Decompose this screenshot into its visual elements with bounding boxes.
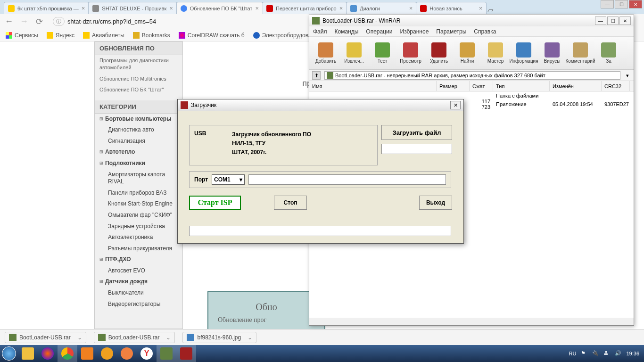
volume-icon[interactable]: 🔊: [615, 350, 621, 357]
sidebar-cat-13[interactable]: Автосвет EVO: [95, 265, 182, 277]
tab-close-icon[interactable]: ×: [339, 5, 343, 12]
tab-1[interactable]: SHTAT DELUXE - Прошивк×: [88, 2, 177, 14]
tab-close-icon[interactable]: ×: [479, 5, 483, 12]
loader-close-button[interactable]: ✕: [450, 101, 461, 109]
sidebar-sub-2[interactable]: Обновление ПО БК "Штат": [95, 84, 182, 95]
network-icon[interactable]: 🖧: [603, 350, 610, 357]
winrar-path-field[interactable]: BootLoader-USB.rar - непрерывный RAR арх…: [324, 71, 620, 80]
loader-stop-button[interactable]: Стоп: [274, 196, 307, 210]
loader-port-select[interactable]: COM1▾: [212, 174, 245, 185]
winrar-close-button[interactable]: ✕: [619, 16, 631, 25]
sidebar-cat-9[interactable]: Зарядные устройства: [95, 221, 182, 232]
winrar-tool-3[interactable]: Просмотр: [397, 39, 424, 67]
winrar-minimize-button[interactable]: —: [595, 16, 606, 25]
sidebar-sub-1[interactable]: Обновление ПО Multitronics: [95, 74, 182, 84]
winrar-tool-1[interactable]: Извлеч...: [340, 39, 368, 67]
apps-button[interactable]: Сервисы: [6, 32, 38, 39]
sidebar-cat-16[interactable]: Видеорегистраторы: [95, 299, 182, 310]
chevron-down-icon[interactable]: ⌄: [166, 334, 171, 341]
taskbar-chrome[interactable]: [58, 345, 77, 362]
expand-icon[interactable]: ⊞: [99, 161, 103, 166]
expand-icon[interactable]: ⊞: [99, 116, 103, 122]
download-item-0[interactable]: BootLoader-USB.rar⌄: [5, 332, 86, 343]
bookmark-aviabilety[interactable]: Авиабилеты: [83, 32, 124, 39]
winrar-tool-8[interactable]: Вирусы: [538, 39, 566, 67]
loader-load-file-button[interactable]: Загрузить файл: [381, 125, 452, 140]
tab-0[interactable]: 6к штат х5m прошивка —×: [4, 2, 89, 14]
taskbar-app1[interactable]: [117, 345, 137, 362]
expand-icon[interactable]: ⊞: [99, 149, 103, 155]
flag-icon[interactable]: ⚑: [581, 350, 587, 357]
power-icon[interactable]: 🔌: [592, 350, 599, 357]
sidebar-cat-15[interactable]: Выключатели: [95, 288, 182, 299]
winrar-tool-5[interactable]: Найти: [454, 39, 481, 67]
tab-4[interactable]: Диалоги×: [346, 2, 417, 14]
tab-5[interactable]: Новая запись×: [416, 2, 487, 14]
winrar-path-dropdown[interactable]: ▾: [624, 73, 631, 79]
sidebar-cat-2[interactable]: Сигнализация: [95, 136, 182, 147]
tab-2[interactable]: Обновление ПО БК "Штат×: [176, 2, 263, 14]
bookmark-electro[interactable]: Электрооборудован: [253, 32, 315, 39]
winrar-col-2[interactable]: Сжат: [470, 81, 493, 91]
sidebar-cat-11[interactable]: Разъемы прикуривателя: [95, 243, 182, 255]
winrar-menu-0[interactable]: Файл: [313, 28, 327, 35]
site-info-icon[interactable]: ⓘ: [53, 17, 65, 26]
sidebar-cat-5[interactable]: Амортизаторы капота RIVAL: [95, 169, 182, 188]
winrar-menu-1[interactable]: Команды: [335, 28, 359, 35]
reload-button[interactable]: ⟳: [34, 16, 44, 27]
winrar-tool-9[interactable]: Комментарий: [567, 39, 594, 67]
sidebar-cat-12[interactable]: ⊞ПТФ,ДХО: [95, 254, 182, 265]
chevron-down-icon[interactable]: ⌄: [248, 334, 252, 341]
expand-icon[interactable]: ⊞: [99, 279, 103, 285]
tab-close-icon[interactable]: ×: [169, 5, 173, 12]
taskbar-media[interactable]: [77, 345, 97, 362]
winrar-tool-6[interactable]: Мастер: [482, 39, 509, 67]
download-item-1[interactable]: BootLoader-USB.rar⌄: [94, 332, 175, 343]
winrar-col-0[interactable]: Имя: [309, 81, 437, 91]
maximize-button[interactable]: ☐: [615, 0, 628, 8]
taskbar-yandex[interactable]: Y: [137, 345, 157, 362]
winrar-col-3[interactable]: Тип: [493, 81, 550, 91]
download-item-2[interactable]: bf98241s-960.jpg⌄: [182, 332, 256, 343]
winrar-menu-4[interactable]: Параметры: [436, 28, 466, 35]
taskbar-firefox[interactable]: [38, 345, 58, 362]
winrar-col-5[interactable]: CRC32: [602, 81, 630, 91]
sidebar-sub-0[interactable]: Программы для диагностики автомобилей: [95, 55, 182, 74]
tab-close-icon[interactable]: ×: [255, 5, 259, 12]
loader-file-field[interactable]: [381, 144, 452, 154]
winrar-titlebar[interactable]: BootLoader-USB.rar - WinRAR — ☐ ✕: [309, 15, 634, 26]
minimize-button[interactable]: —: [601, 0, 614, 8]
start-button[interactable]: [0, 345, 18, 362]
tray-clock[interactable]: 19:36: [626, 351, 639, 356]
taskbar-uc[interactable]: [97, 345, 117, 362]
tab-close-icon[interactable]: ×: [409, 5, 413, 12]
winrar-col-1[interactable]: Размер: [437, 81, 470, 91]
bookmark-bookmarks[interactable]: Bookmarks: [133, 32, 170, 39]
winrar-tool-0[interactable]: Добавить: [312, 39, 339, 67]
sidebar-cat-4[interactable]: ⊞Подлокотники: [95, 158, 182, 169]
sidebar-cat-1[interactable]: Диагностика авто: [95, 124, 182, 136]
winrar-tool-10[interactable]: За: [595, 39, 622, 67]
tray-lang[interactable]: RU: [569, 351, 577, 356]
bookmark-coreldraw[interactable]: CorelDRAW скачать б: [179, 32, 245, 39]
sidebar-cat-3[interactable]: ⊞Автотепло: [95, 147, 182, 158]
sidebar-cat-8[interactable]: Омыватели фар "СКИФ": [95, 210, 182, 221]
sidebar-cat-10[interactable]: Автоэлектроника: [95, 232, 182, 243]
loader-titlebar[interactable]: Загрузчик ✕: [178, 99, 463, 111]
back-button[interactable]: ←: [4, 16, 14, 27]
winrar-menu-5[interactable]: Справка: [474, 28, 496, 35]
chevron-down-icon[interactable]: ⌄: [77, 334, 82, 341]
winrar-tool-4[interactable]: Удалить: [425, 39, 453, 67]
winrar-tool-2[interactable]: Тест: [369, 39, 396, 67]
tab-close-icon[interactable]: ×: [82, 5, 85, 12]
winrar-menu-3[interactable]: Избранное: [400, 28, 429, 35]
tab-3[interactable]: Пересвет щитка приборо×: [262, 2, 347, 14]
sidebar-cat-7[interactable]: Кнопки Start-Stop Engine: [95, 198, 182, 210]
new-tab-button[interactable]: ▱: [487, 6, 497, 14]
winrar-tool-7[interactable]: Информация: [510, 39, 537, 67]
sidebar-cat-14[interactable]: ⊞Датчики дождя: [95, 276, 182, 288]
expand-icon[interactable]: ⊞: [99, 257, 103, 263]
bookmark-yandex[interactable]: Яндекс: [47, 32, 74, 39]
taskbar-winrar[interactable]: [157, 345, 176, 362]
winrar-up-button[interactable]: ⬆: [312, 71, 321, 80]
